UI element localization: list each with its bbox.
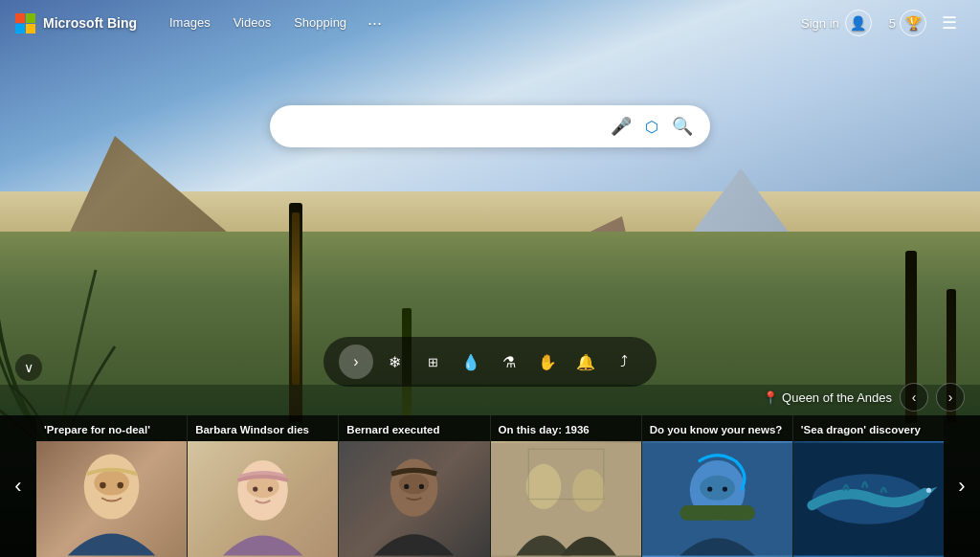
svg-point-20 <box>707 486 712 491</box>
navbar: Microsoft Bing Images Videos Shopping ··… <box>0 0 980 46</box>
mic-button[interactable]: 🎤 <box>609 114 634 139</box>
news-item-historical[interactable]: On this day: 1936 <box>491 415 642 557</box>
nav-more-button[interactable]: ··· <box>360 11 390 35</box>
image-prev-button[interactable]: ‹ <box>900 383 928 412</box>
svg-point-7 <box>268 486 273 491</box>
news-label-boris: 'Prepare for no-deal' <box>36 415 187 441</box>
svg-point-3 <box>117 482 123 489</box>
bell-icon: 🔔 <box>576 353 595 371</box>
news-thumb-historical <box>491 441 641 557</box>
search-button[interactable]: 🔍 <box>670 114 695 139</box>
tool-droplet[interactable]: 💧 <box>454 345 488 379</box>
svg-point-9 <box>399 474 429 494</box>
svg-point-2 <box>100 482 106 489</box>
nav-videos[interactable]: Videos <box>224 11 281 35</box>
rewards-trophy: 🏆 <box>900 10 926 36</box>
ms-logo-blue <box>15 24 25 33</box>
location-label[interactable]: 📍 Queen of the Andes <box>763 390 892 405</box>
chevron-down-icon: ∨ <box>24 360 33 375</box>
svg-point-10 <box>404 484 409 489</box>
ms-logo-green <box>26 13 35 23</box>
grid-icon: ⊞ <box>428 355 438 369</box>
svg-point-6 <box>253 486 257 491</box>
search-icons: 🎤 ⬡ 🔍 <box>609 114 695 139</box>
puya-plant-main <box>282 203 309 423</box>
trophy-icon: 🏆 <box>905 15 922 31</box>
tool-experiment[interactable]: ⚗ <box>492 345 526 379</box>
snowflake-icon: ❄ <box>389 353 401 371</box>
news-prev-button[interactable]: ‹ <box>0 415 36 557</box>
nav-links: Images Videos Shopping ··· <box>160 11 791 35</box>
prev-arrow-icon: ‹ <box>912 390 917 405</box>
svg-point-13 <box>525 464 561 509</box>
news-item-bernard[interactable]: Bernard executed <box>339 415 490 557</box>
news-item-seadragon[interactable]: 'Sea dragon' discovery <box>793 415 944 557</box>
news-next-button[interactable]: › <box>944 415 980 557</box>
nav-right: Sign in 👤 5 🏆 ☰ <box>791 6 965 40</box>
search-container: 🎤 ⬡ 🔍 <box>270 105 710 147</box>
news-item-boris[interactable]: 'Prepare for no-deal' <box>36 415 188 557</box>
news-thumb-barbara <box>188 441 338 557</box>
tool-hand[interactable]: ✋ <box>530 345 565 379</box>
rewards-count: 5 <box>889 16 896 31</box>
news-label-seadragon: 'Sea dragon' discovery <box>793 415 944 441</box>
image-info-bar: 📍 Queen of the Andes ‹ › <box>763 383 965 412</box>
news-thumb-quiz <box>642 441 792 557</box>
tool-snowflake[interactable]: ❄ <box>377 345 412 379</box>
svg-point-11 <box>419 484 424 489</box>
news-item-quiz[interactable]: Do you know your news? <box>642 415 793 557</box>
tool-grid[interactable]: ⊞ <box>415 345 450 379</box>
sign-in-button[interactable]: Sign in 👤 <box>791 6 881 40</box>
microsoft-logo <box>15 13 35 33</box>
nav-shopping[interactable]: Shopping <box>284 11 356 35</box>
quick-tools-bar: › ❄ ⊞ 💧 ⚗ ✋ 🔔 ⤴ <box>323 337 657 387</box>
user-icon: 👤 <box>850 15 866 31</box>
logo-area[interactable]: Microsoft Bing <box>15 13 137 33</box>
location-text: Queen of the Andes <box>782 390 892 405</box>
svg-point-1 <box>94 470 129 495</box>
news-label-historical: On this day: 1936 <box>491 415 641 441</box>
news-bar: ‹ 'Prepare for no-deal' Barbara Windsor … <box>0 415 980 557</box>
ms-logo-red <box>15 13 25 23</box>
news-thumb-seadragon <box>793 441 944 557</box>
logo-text: Microsoft Bing <box>43 15 137 31</box>
user-avatar: 👤 <box>845 10 872 36</box>
tool-arrow[interactable]: › <box>339 345 373 379</box>
news-label-quiz: Do you know your news? <box>642 415 792 441</box>
droplet-icon: 💧 <box>461 353 480 371</box>
experiment-icon: ⚗ <box>502 353 516 371</box>
hamburger-button[interactable]: ☰ <box>934 8 965 38</box>
sign-in-label: Sign in <box>801 16 839 31</box>
location-pin-icon: 📍 <box>763 390 778 405</box>
arrow-right-icon: › <box>353 353 358 370</box>
svg-point-21 <box>723 486 727 491</box>
news-items: 'Prepare for no-deal' Barbara Windsor di… <box>36 415 944 557</box>
news-thumb-bernard <box>339 441 489 557</box>
share-icon: ⤴ <box>620 353 628 370</box>
news-prev-icon: ‹ <box>14 474 21 499</box>
next-arrow-icon: › <box>948 390 953 405</box>
tool-share[interactable]: ⤴ <box>607 345 641 379</box>
hamburger-icon: ☰ <box>942 12 957 33</box>
svg-point-19 <box>700 476 735 501</box>
rewards-badge[interactable]: 5 🏆 <box>889 10 926 36</box>
tool-bell[interactable]: 🔔 <box>568 345 603 379</box>
visual-search-button[interactable]: ⬡ <box>643 116 660 138</box>
svg-point-24 <box>926 488 931 493</box>
ms-logo-yellow <box>26 24 35 33</box>
news-thumb-boris <box>36 441 187 557</box>
search-input[interactable] <box>285 118 609 135</box>
svg-point-14 <box>572 469 605 512</box>
image-next-button[interactable]: › <box>936 383 965 412</box>
news-label-barbara: Barbara Windsor dies <box>188 415 338 441</box>
news-item-barbara[interactable]: Barbara Windsor dies <box>188 415 339 557</box>
nav-images[interactable]: Images <box>160 11 220 35</box>
svg-rect-18 <box>679 505 755 521</box>
hand-icon: ✋ <box>538 353 557 371</box>
search-box: 🎤 ⬡ 🔍 <box>270 105 710 147</box>
news-label-bernard: Bernard executed <box>339 415 489 441</box>
news-next-icon: › <box>958 474 965 499</box>
chevron-down-button[interactable]: ∨ <box>15 354 42 381</box>
